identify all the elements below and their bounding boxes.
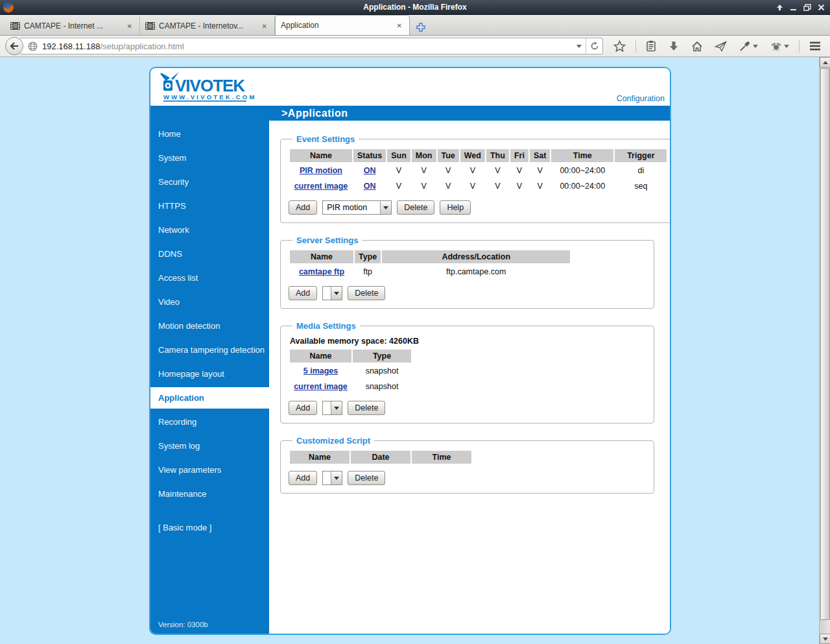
vertical-scrollbar[interactable] [819,57,830,644]
sidebar-item-view-parameters[interactable]: View parameters [150,458,269,482]
column-header-wed: Wed [460,149,485,162]
tab-camtape-internetov[interactable]: CAMTAPE - Internetov...✕ [140,17,275,35]
minimize-button[interactable] [790,4,797,11]
customized-script-legend: Customized Script [292,436,374,446]
media-name-link[interactable]: 5 images [303,366,338,376]
content-panel: VIVOTEK WWW.VIVOTEK.COM Configuration >A… [149,67,671,635]
media-select[interactable] [322,401,342,415]
event-name-link[interactable]: current image [294,182,348,191]
sidebar-item-ddns[interactable]: DDNS [150,242,269,266]
media-settings-table: NameType5 imagessnapshotcurrent imagesna… [289,348,412,395]
sidebar-item-home[interactable]: Home [150,122,269,146]
server-select[interactable] [322,286,342,300]
reload-icon[interactable] [586,38,602,54]
eyedropper-icon[interactable] [735,39,762,54]
column-header-trigger: Trigger [615,149,667,162]
script-add-button[interactable]: Add [289,471,317,485]
event-name-link[interactable]: PIR motion [300,166,342,175]
scrollbar-up-icon[interactable] [820,57,830,67]
url-text[interactable]: 192.168.11.188/setup/application.html [42,42,571,51]
sidebar-item-system-log[interactable]: System log [150,434,269,458]
media-delete-button[interactable]: Delete [348,401,385,415]
event-select[interactable]: PIR motion [322,200,392,215]
sidebar-item-video[interactable]: Video [150,290,269,314]
page-title: >Application [150,106,670,121]
sidebar-item-access-list[interactable]: Access list [150,266,269,290]
column-header-thu: Thu [486,149,509,162]
event-row-current-image: current imageONVVVVVVV00:00~24:00seq [290,179,667,193]
server-settings-section: Server Settings NameTypeAddress/Location… [280,235,654,309]
home-icon[interactable] [687,39,707,54]
bookmark-star-icon[interactable] [610,38,630,54]
customized-script-table: NameDateTime [289,449,473,465]
tab-application[interactable]: Application✕ [275,15,410,35]
script-select[interactable] [322,471,342,485]
tab-close-icon[interactable]: ✕ [260,21,269,31]
extension-fly-icon[interactable] [766,40,793,53]
column-header-sun: Sun [387,149,410,162]
server-add-button[interactable]: Add [289,286,317,300]
day-mark: V [460,163,485,178]
sidebar-item-system[interactable]: System [150,146,269,170]
close-button[interactable] [818,4,825,11]
restore-button[interactable] [803,4,811,11]
server-name-link[interactable]: camtape ftp [299,267,344,276]
day-mark: V [510,179,528,193]
sidebar-item-security[interactable]: Security [150,170,269,194]
site-identity-globe-icon[interactable] [28,42,38,51]
day-mark: V [438,179,459,193]
day-mark: V [438,163,459,178]
column-header-tue: Tue [438,149,459,162]
column-header-name: Name [290,149,352,162]
column-header-address-location: Address/Location [382,250,570,263]
sidebar-item-motion-detection[interactable]: Motion detection [150,314,269,338]
sidebar-item-https[interactable]: HTTPS [150,194,269,218]
event-status-link[interactable]: ON [364,166,376,175]
event-status-link[interactable]: ON [364,182,376,191]
scrollbar-thumb[interactable] [820,68,830,620]
sidebar-item-network[interactable]: Network [150,218,269,242]
tab-close-icon[interactable]: ✕ [395,21,404,30]
back-button[interactable] [5,37,23,55]
script-delete-button[interactable]: Delete [348,471,385,485]
column-header-time: Time [551,149,613,162]
script-select-dropdown-icon[interactable] [331,471,342,484]
media-select-dropdown-icon[interactable] [331,401,342,414]
bookmarks-menu-icon[interactable] [642,38,660,54]
event-select-dropdown-icon[interactable] [380,201,391,214]
sidebar-item-recording[interactable]: Recording [150,410,269,434]
day-mark: V [530,179,550,193]
event-settings-table: NameStatusSunMonTueWedThuFriSatTimeTrigg… [289,148,668,195]
tab-close-icon[interactable]: ✕ [125,21,134,31]
main-content: Event Settings NameStatusSunMonTueWedThu… [269,121,670,634]
film-icon [145,22,155,30]
sidebar-item-basic-mode[interactable]: [ Basic mode ] [150,516,269,540]
column-header-name: Name [290,350,351,363]
server-delete-button[interactable]: Delete [348,286,385,300]
media-row-5-images: 5 imagessnapshot [290,364,411,378]
sidebar-item-maintenance[interactable]: Maintenance [150,482,269,506]
configuration-link[interactable]: Configuration [617,94,670,106]
event-add-button[interactable]: Add [289,200,317,215]
menu-icon[interactable] [805,40,825,53]
media-add-button[interactable]: Add [289,401,317,415]
scroll-top-button[interactable] [776,4,783,11]
column-header-status: Status [353,149,386,162]
url-host: 192.168.11.188 [42,42,100,51]
available-memory-text: Available memory space: 4260KB [290,337,646,346]
sidebar-item-homepage-layout[interactable]: Homepage layout [150,362,269,386]
scrollbar-down-icon[interactable] [820,634,830,644]
event-help-button[interactable]: Help [440,200,471,215]
url-bar[interactable]: 192.168.11.188/setup/application.html [19,38,603,54]
new-tab-button[interactable] [412,19,429,35]
event-delete-button[interactable]: Delete [397,200,434,215]
media-name-link[interactable]: current image [294,382,348,391]
sidebar-item-application[interactable]: Application [150,387,269,409]
downloads-icon[interactable] [665,39,683,54]
tab-camtape-internet[interactable]: CAMTAPE - Internet ...✕ [5,17,140,35]
server-select-dropdown-icon[interactable] [331,287,342,300]
share-icon[interactable] [711,39,731,54]
url-dropdown-icon[interactable] [571,45,586,48]
day-mark: V [412,163,436,178]
sidebar-item-camera-tampering-detection[interactable]: Camera tampering detection [150,338,269,362]
